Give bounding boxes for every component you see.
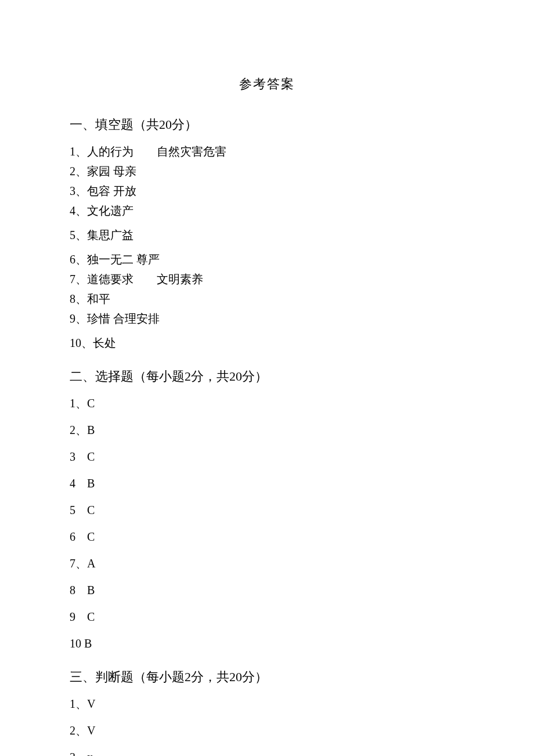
fill-answer-item: 5、集思广益 [70,226,464,244]
choice-answer-item: 3 C [70,448,464,465]
judge-answer-item: 2、V [70,722,464,739]
choice-answer-item: 5 C [70,501,464,519]
fill-answer-item: 6、独一无二 尊严 [70,251,464,268]
section-heading-choice: 二、选择题（每小题2分，共20分） [70,368,464,385]
judge-answer-item: 1、V [70,695,464,712]
fill-answer-item: 10、长处 [70,334,464,352]
choice-answer-item: 8 B [70,581,464,599]
choice-answer-item: 1、C [70,395,464,412]
choice-answer-item: 4 B [70,475,464,492]
fill-answer-item: 3、包容 开放 [70,182,464,200]
section-heading-judge: 三、判断题（每小题2分，共20分） [70,668,464,686]
judge-answer-item: 3、x [70,748,464,756]
fill-answer-item: 9、珍惜 合理安排 [70,310,464,327]
choice-answer-item: 9 C [70,608,464,625]
choice-answer-item: 10 B [70,635,464,652]
fill-answer-item: 2、家园 母亲 [70,162,464,180]
fill-answer-item: 1、人的行为 自然灾害危害 [70,143,464,160]
choice-answer-item: 7、A [70,555,464,572]
fill-answer-item: 7、道德要求 文明素养 [70,270,464,288]
choice-answer-item: 6 C [70,528,464,545]
choice-answer-item: 2、B [70,421,464,439]
fill-answer-item: 4、文化遗产 [70,202,464,219]
page-title: 参考答案 [70,75,464,93]
section-heading-fill: 一、填空题（共20分） [70,116,464,133]
fill-answer-item: 8、和平 [70,290,464,308]
